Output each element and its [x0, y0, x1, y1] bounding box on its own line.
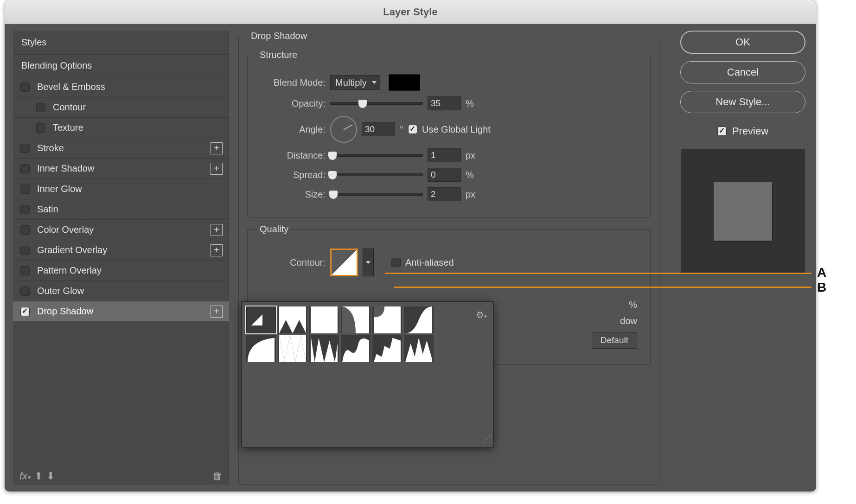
size-input[interactable]: [428, 187, 461, 201]
sidebar-item-pattern-overlay[interactable]: Pattern Overlay: [13, 260, 229, 281]
contour-preset-ring-double[interactable]: [309, 335, 339, 362]
resize-handle-icon[interactable]: ⋰: [482, 434, 491, 444]
structure-legend: Structure: [256, 50, 301, 60]
checkbox-icon[interactable]: [20, 164, 30, 173]
add-effect-icon[interactable]: +: [211, 224, 223, 236]
svg-marker-12: [405, 338, 432, 362]
svg-marker-1: [251, 314, 262, 325]
spread-input[interactable]: [428, 168, 461, 182]
sidebar-item-contour[interactable]: Contour: [13, 97, 229, 117]
sidebar-item-texture[interactable]: Texture: [13, 117, 229, 138]
move-up-icon[interactable]: ⬆: [34, 470, 43, 482]
checkbox-icon[interactable]: [36, 123, 45, 133]
contour-preset-ring[interactable]: [278, 335, 307, 362]
global-light-label: Use Global Light: [422, 124, 491, 135]
shadow-color-swatch[interactable]: [389, 74, 420, 91]
contour-preset-half-round[interactable]: [246, 335, 276, 362]
gear-icon[interactable]: ⚙▾: [476, 309, 487, 320]
checkbox-icon[interactable]: [20, 144, 30, 153]
distance-slider[interactable]: [330, 154, 423, 157]
window-title: Layer Style: [383, 6, 437, 18]
callout-line-b: [394, 287, 811, 288]
reset-default-button[interactable]: Default: [592, 332, 637, 349]
callout-label-a: A: [817, 265, 826, 280]
angle-dial[interactable]: [330, 116, 357, 143]
knockout-label-fragment: dow: [620, 316, 637, 326]
opacity-label: Opacity:: [256, 98, 326, 109]
checkbox-icon[interactable]: [20, 266, 30, 275]
checkbox-icon[interactable]: [20, 246, 30, 255]
cancel-button[interactable]: Cancel: [680, 61, 805, 83]
trash-icon[interactable]: 🗑: [212, 470, 223, 482]
panel-title: Drop Shadow: [247, 31, 311, 41]
contour-dropdown-button[interactable]: [363, 249, 374, 276]
callout-line-a: [385, 273, 811, 274]
distance-input[interactable]: [428, 148, 461, 162]
size-slider[interactable]: [330, 193, 423, 196]
ok-button[interactable]: OK: [680, 31, 805, 54]
dialog-actions: OK Cancel New Style... Preview: [669, 31, 808, 485]
add-effect-icon[interactable]: +: [211, 163, 223, 175]
contour-preset-grid: [246, 306, 436, 362]
contour-preset-linear[interactable]: [246, 306, 276, 333]
contour-preset-rounded-steps[interactable]: [372, 335, 402, 362]
checkbox-icon[interactable]: [20, 225, 30, 235]
sidebar-item-outer-glow[interactable]: Outer Glow: [13, 281, 229, 301]
callout-label-b: B: [817, 280, 826, 295]
quality-legend: Quality: [256, 224, 292, 235]
sidebar-item-drop-shadow[interactable]: Drop Shadow+: [13, 301, 229, 321]
svg-marker-0: [332, 250, 357, 275]
size-label: Size:: [256, 189, 326, 200]
checkbox-icon[interactable]: [20, 205, 30, 214]
preview-label: Preview: [732, 125, 768, 137]
contour-preview[interactable]: [330, 249, 358, 276]
contour-preset-cone-inverted[interactable]: [309, 306, 339, 333]
new-style-button[interactable]: New Style...: [680, 91, 805, 113]
styles-sidebar: Styles Blending Options Bevel & Emboss C…: [13, 31, 229, 485]
blend-mode-label: Blend Mode:: [256, 77, 326, 88]
sidebar-blending-options[interactable]: Blending Options: [13, 54, 229, 77]
sidebar-header[interactable]: Styles: [13, 31, 229, 54]
opacity-input[interactable]: [428, 96, 461, 110]
angle-label: Angle:: [256, 124, 326, 135]
preview-checkbox[interactable]: [717, 127, 727, 136]
fx-menu-icon[interactable]: fx▾: [19, 470, 31, 482]
window-titlebar[interactable]: Layer Style: [5, 0, 816, 24]
opacity-slider[interactable]: [330, 102, 423, 105]
checkbox-icon[interactable]: [20, 185, 30, 194]
checkbox-icon[interactable]: [20, 287, 30, 296]
contour-label: Contour:: [256, 257, 326, 268]
checkbox-icon[interactable]: [20, 83, 30, 92]
contour-preset-sawtooth[interactable]: [404, 335, 434, 362]
sidebar-item-stroke[interactable]: Stroke+: [13, 138, 229, 158]
contour-preset-cove-deep[interactable]: [341, 306, 371, 333]
contour-preset-cove-shallow[interactable]: [372, 306, 402, 333]
sidebar-item-inner-shadow[interactable]: Inner Shadow+: [13, 158, 229, 179]
spread-label: Spread:: [256, 170, 326, 180]
add-effect-icon[interactable]: +: [211, 244, 223, 256]
contour-preset-cone[interactable]: [278, 306, 307, 333]
anti-aliased-checkbox[interactable]: [391, 258, 401, 267]
sidebar-item-bevel-emboss[interactable]: Bevel & Emboss: [13, 77, 229, 97]
sidebar-item-color-overlay[interactable]: Color Overlay+: [13, 219, 229, 240]
anti-aliased-label: Anti-aliased: [405, 257, 454, 268]
move-down-icon[interactable]: ⬇: [46, 470, 55, 482]
sidebar-footer: fx▾ ⬆ ⬇ 🗑: [13, 467, 229, 485]
blend-mode-select[interactable]: Multiply: [330, 75, 380, 90]
contour-preset-rolling[interactable]: [341, 335, 371, 362]
add-effect-icon[interactable]: +: [211, 306, 223, 318]
checkbox-icon[interactable]: [36, 103, 45, 112]
spread-slider[interactable]: [330, 173, 423, 176]
add-effect-icon[interactable]: +: [211, 142, 223, 154]
checkbox-icon[interactable]: [20, 307, 30, 316]
contour-preset-gaussian[interactable]: [404, 306, 434, 333]
contour-preset-popup: ⚙▾ ⋰: [241, 301, 494, 447]
distance-label: Distance:: [256, 150, 326, 161]
angle-input[interactable]: [362, 122, 395, 136]
sidebar-item-inner-glow[interactable]: Inner Glow: [13, 179, 229, 199]
sidebar-item-satin[interactable]: Satin: [13, 199, 229, 219]
global-light-checkbox[interactable]: [408, 125, 417, 134]
preview-thumbnail: [681, 149, 805, 274]
sidebar-item-gradient-overlay[interactable]: Gradient Overlay+: [13, 240, 229, 260]
structure-group: Structure Blend Mode: Multiply Opacity: …: [247, 50, 651, 217]
